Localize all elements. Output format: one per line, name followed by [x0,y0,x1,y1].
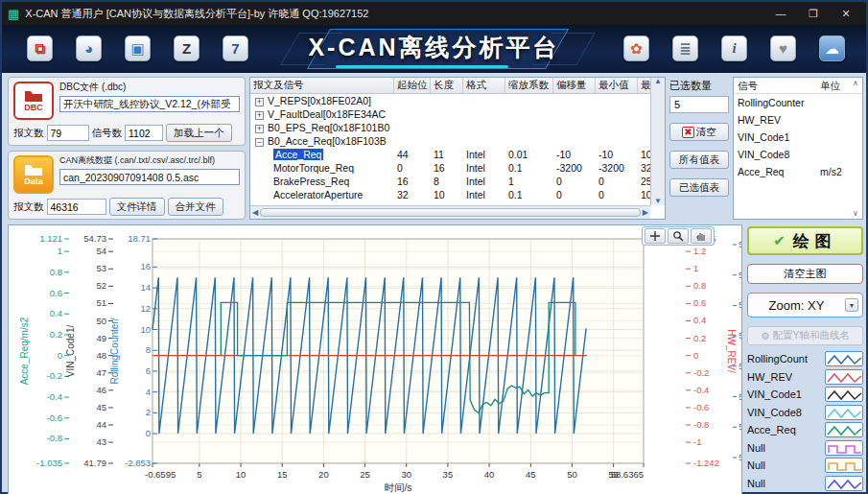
z-tool-icon[interactable]: Z [174,35,199,61]
column-header[interactable]: 缩放系数 [505,78,553,93]
table-vertical-scrollbar[interactable]: ▲ ▼ [650,78,665,205]
legend-item[interactable]: VIN_Code1 [747,386,863,404]
selected-signal-item[interactable]: HW_REV [734,111,862,129]
zoom-tool-button[interactable] [668,228,689,244]
scroll-up-icon[interactable]: ∧ [853,79,858,87]
column-header[interactable]: 最小值 [596,78,638,93]
legend-item[interactable]: Null [747,439,863,458]
svg-text:2: 2 [146,407,151,417]
maximize-button[interactable]: ❐ [799,5,828,22]
legend-item[interactable]: HW_REV [747,368,863,387]
zoom-mode-select[interactable]: Zoom: XY ▾ [747,293,863,318]
message-row[interactable]: +V_REPS[0x18FE02A0] [250,94,650,107]
signal-row[interactable]: MotorTorque_Req016Intel0.1-3200-32003200… [250,161,650,175]
collapse-icon[interactable]: − [255,138,264,147]
svg-text:5: 5 [739,239,741,249]
configure-axes-button[interactable]: ⚙ 配置Y轴和曲线名 [747,326,863,345]
image-chart-icon[interactable]: ▣ [125,35,151,61]
table-horizontal-scrollbar[interactable]: ◀ ▶ [250,205,650,219]
scroll-right-icon[interactable]: ▶ [643,209,648,217]
scrollbar-thumb[interactable] [260,208,641,217]
scroll-down-icon[interactable]: ▼ [654,198,662,205]
table-cell: 0 [394,162,431,174]
cursor-crosshair-button[interactable] [645,228,666,244]
table-cell: 44 [394,149,431,160]
dbc-sig-count-label: 信号数 [92,127,123,140]
list-icon[interactable]: ≣ [672,35,698,61]
selected-signal-item[interactable]: VIN_Code8 [734,146,862,163]
message-row[interactable]: +V_FaultDeal[0x18FE34AC [250,107,650,121]
selected-values-button[interactable]: 已选值表 [669,178,729,197]
scroll-down-icon[interactable]: ∨ [853,209,858,218]
flower-icon[interactable]: ✿ [623,35,649,61]
pan-hand-button[interactable] [691,228,712,244]
dbc-file-input[interactable]: 开沃中研院_线控协议_V2.12_(外部受 [59,96,240,112]
expand-icon[interactable]: + [255,125,264,133]
selected-signal-item[interactable]: Acce_Reqm/s2 [734,163,862,180]
table-cell: 32 [394,189,431,200]
legend-waveform-icon [825,369,863,385]
expand-icon[interactable]: + [255,98,264,106]
selected-count-input[interactable]: 5 [669,96,729,113]
cloud-icon[interactable]: ☁ [819,35,845,61]
clear-plot-button[interactable]: 清空主图 [747,264,863,284]
column-header[interactable]: 长度 [431,78,463,93]
legend-item[interactable]: Acce_Req [747,421,863,439]
file-detail-button[interactable]: 文件详情 [109,198,165,216]
dbc-msg-count[interactable]: 79 [47,125,89,141]
table-cell: 3200 [638,162,650,174]
expand-icon[interactable]: + [255,111,264,120]
selected-signal-item[interactable]: RollingCounter [734,94,862,111]
svg-text:54: 54 [96,246,106,256]
all-values-button[interactable]: 所有值表 [669,151,729,169]
main-plot[interactable]: 1.12110.80.60.40.20-0.2-0.4-0.6-0.8-1.03… [9,225,741,494]
signal-row[interactable]: Acce_Req4411Intel0.01-10-1010m/s2NC无 [250,148,650,161]
column-header[interactable]: 偏移量 [553,78,596,93]
table-cell: 0 [596,189,638,200]
minimize-button[interactable]: — [766,5,795,22]
legend-item[interactable]: Null [747,457,863,475]
info-icon[interactable]: i [721,35,747,61]
table-cell: 250 [638,176,650,187]
signal-row[interactable]: BrakePress_Req168Intel100250barNC无 [250,175,650,188]
svg-text:25: 25 [360,469,370,480]
helmet-icon[interactable]: ◕ [76,35,102,61]
column-header[interactable]: 最大值 [638,78,650,93]
titlebar: ▦ X-CAN 普通用户 [CAN协议与数据离线分析平台]-by 许晓通 QQ:… [2,2,866,25]
table-cell: MotorTorque_Req [250,162,394,174]
can-data-file-input[interactable]: can_20230907091408 0.5.asc [59,169,240,185]
can-data-file-icon[interactable]: Data [13,155,54,194]
merge-files-button[interactable]: 合并文件 [168,198,223,216]
legend-waveform-icon [825,476,863,491]
dbc-file-icon[interactable]: DBC [13,82,54,120]
clear-selection-button[interactable]: ✖清空 [669,123,729,141]
column-header[interactable]: 报文及信号 [250,78,394,93]
message-row[interactable]: −B0_Acce_Req[0x18F103B [250,134,650,148]
signal-row[interactable]: AcceleratorAperture3210Intel0.100102.3%N… [250,188,650,201]
can-matrix-icon[interactable]: ⧉ [27,35,53,61]
load-previous-button[interactable]: 加载上一个 [166,124,232,142]
selected-signal-item[interactable]: VIN_Code1 [734,129,862,146]
column-header[interactable]: 起始位 [394,78,431,93]
dropdown-arrow-icon[interactable]: ▾ [845,298,858,312]
svg-text:50: 50 [567,469,577,480]
dbc-sig-count[interactable]: 1102 [125,125,163,141]
donate-heart-icon[interactable]: ♥ [770,35,796,61]
close-button[interactable]: ✕ [832,5,860,22]
scroll-up-icon[interactable]: ▲ [654,78,662,85]
can-msg-count[interactable]: 46316 [47,199,106,215]
svg-text:14: 14 [140,282,151,293]
list-scrollbar[interactable]: ∧ ∨ [850,79,861,218]
flash-7-icon[interactable]: 7 [223,35,248,61]
draw-button[interactable]: ✔ 绘图 [747,226,863,255]
legend-item[interactable]: VIN_Code8 [747,404,863,422]
scroll-left-icon[interactable]: ◀ [252,209,258,217]
message-row[interactable]: +B0_EPS_Req[0x18F101B0 [250,121,650,134]
svg-text:10: 10 [140,324,151,335]
legend-item[interactable]: RollingCount [747,350,863,368]
svg-text:0.6: 0.6 [693,297,706,308]
legend-waveform-icon [825,405,863,420]
column-header[interactable]: 格式 [463,78,505,93]
legend-item[interactable]: Null [747,475,863,493]
svg-text:30: 30 [401,469,411,480]
